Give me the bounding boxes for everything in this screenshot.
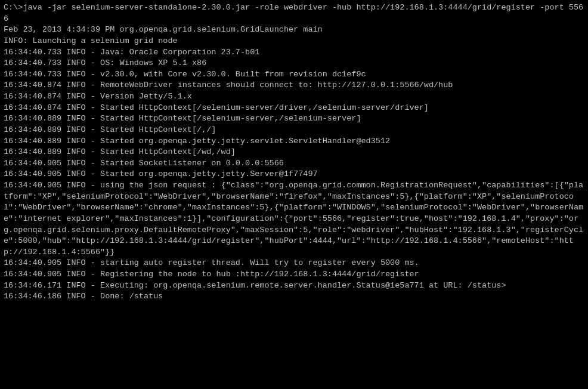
terminal-line: 16:34:40.733 INFO - v2.30.0, with Core v… — [4, 69, 584, 81]
terminal-line: 16:34:40.905 INFO - Started SocketListen… — [4, 158, 584, 169]
terminal-line: 16:34:40.874 INFO - Started HttpContext[… — [4, 103, 584, 114]
terminal-line: 16:34:40.905 INFO - Registering the node… — [4, 269, 584, 280]
terminal-line: 16:34:40.889 INFO - Started HttpContext[… — [4, 113, 584, 125]
terminal-line: 16:34:40.733 INFO - OS: Windows XP 5.1 x… — [4, 58, 584, 69]
terminal-line: 16:34:40.889 INFO - Started HttpContext[… — [4, 125, 584, 136]
terminal-line: C:\>java -jar selenium-server-standalone… — [4, 2, 584, 24]
terminal-line: 16:34:40.905 INFO - starting auto regist… — [4, 258, 584, 269]
terminal-line: 16:34:40.905 INFO - Started org.openqa.j… — [4, 169, 584, 180]
terminal-line: 16:34:46.186 INFO - Done: /status — [4, 291, 584, 302]
terminal-line: Feb 23, 2013 4:34:39 PM org.openqa.grid.… — [4, 24, 584, 36]
terminal-line: 16:34:46.171 INFO - Executing: org.openq… — [4, 280, 584, 292]
terminal-line: 16:34:40.889 INFO - Started HttpContext[… — [4, 147, 584, 158]
terminal-window[interactable]: C:\>java -jar selenium-server-standalone… — [0, 0, 588, 389]
terminal-line: 16:34:40.874 INFO - Version Jetty/5.1.x — [4, 91, 584, 103]
terminal-line: 16:34:40.733 INFO - Java: Oracle Corpora… — [4, 47, 584, 58]
terminal-line: 16:34:40.874 INFO - RemoteWebDriver inst… — [4, 80, 584, 91]
terminal-line: INFO: Launching a selenium grid node — [4, 36, 584, 47]
terminal-line: 16:34:40.905 INFO - using the json reque… — [4, 180, 584, 258]
terminal-line: 16:34:40.889 INFO - Started org.openqa.j… — [4, 136, 584, 147]
